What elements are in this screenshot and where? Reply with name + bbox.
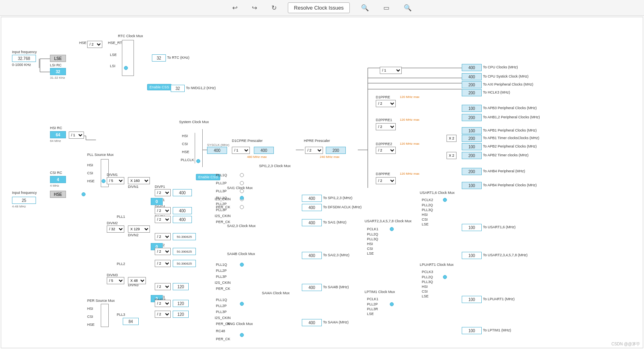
input-freq-value[interactable]: 32.768 [12, 55, 36, 62]
sai1-perck: PER_CK [216, 220, 230, 224]
spi123-radio-1[interactable] [240, 173, 244, 177]
per-src-csi: CSI [87, 315, 93, 319]
spi123-radio-2[interactable] [240, 181, 244, 185]
divp1-select[interactable]: / 2 [155, 189, 171, 196]
sai4b-pll2p: PLL2P [216, 269, 227, 273]
pll-src-hse-radio[interactable] [102, 179, 106, 183]
divp2-select[interactable]: / 2 [155, 233, 171, 240]
hse-radio[interactable] [82, 192, 86, 196]
rng-radio-sel[interactable] [240, 333, 244, 337]
zoom-out-button[interactable]: 🔍 [401, 2, 415, 13]
fracn1-val[interactable]: 0 [151, 198, 163, 205]
redo-button[interactable]: ↪ [249, 2, 260, 13]
sai4b-out-val: 400 [302, 284, 322, 291]
usart2345-radio-sel[interactable] [390, 227, 394, 231]
divm3-select[interactable]: / 5 [107, 277, 124, 284]
refresh-button[interactable]: ↻ [268, 2, 280, 13]
d3ppre-label: D3PPRE [376, 172, 390, 176]
zoom-in-button[interactable]: 🔍 [358, 2, 372, 13]
d2ppre1-select[interactable]: / 2 [376, 123, 396, 130]
usart2345678-out-label: To USART2,3,4,5,7,8 (MHz) [483, 253, 528, 257]
d1cpre-max: 480 MHz max [247, 155, 267, 159]
divq2-select[interactable]: / 2 [155, 248, 171, 255]
sys-hsi-label: HSI [182, 134, 188, 138]
hsi-rc-freq[interactable]: 64 [50, 131, 66, 138]
resolve-clock-issues-button[interactable]: Resolve Clock Issues [288, 2, 349, 13]
rtc-lse-label: LSE [110, 53, 117, 57]
usart2345-lse: LSE [367, 251, 374, 255]
enable-css-rtc-button[interactable]: Enable CSS [147, 84, 171, 90]
undo-button[interactable]: ↩ [229, 2, 241, 13]
lptim1-lse: LSE [367, 312, 374, 316]
axi-periph-val: 200 [462, 81, 482, 88]
hsi-rc-unit: 64 MHz [50, 139, 61, 143]
divm1-select[interactable]: / 5 [107, 177, 124, 184]
lpuart1-radio-sel[interactable] [443, 275, 447, 279]
divm2-select[interactable]: / 32 [107, 225, 124, 233]
divr2-out: 50.390625 [173, 260, 196, 267]
ahb12-val: 200 [462, 114, 482, 121]
lpuart1-hsi: HSI [422, 285, 428, 289]
hse-freq[interactable]: 25 [12, 197, 36, 204]
rtc-lsi-radio[interactable] [124, 66, 128, 70]
sai4a-i2sckin: I2S_CKIN [215, 316, 231, 320]
d1ppre-select[interactable]: / 2 [376, 100, 396, 107]
ahb4-val: 200 [462, 168, 482, 175]
hpre-label: HPRE Prescaler [304, 139, 330, 143]
pllclk-radio[interactable] [196, 159, 200, 163]
divn3-mul-select[interactable]: X 48 [128, 277, 146, 284]
d2ppre1-max: 120 MHz max [400, 118, 419, 122]
divn2-mul-select[interactable]: X 129 [128, 225, 150, 233]
sys-csi-label: CSI [182, 142, 188, 146]
cpu-clk-label: To CPU Clocks (MHz) [483, 65, 518, 69]
clock-diagram-canvas: Input frequency 32.768 0-1000 KHz LSE LS… [0, 16, 644, 349]
hse-range: 4-48 MHz [12, 205, 26, 208]
divr3-select[interactable]: / 2 [155, 311, 171, 318]
usart2345-hsi: HSI [367, 242, 373, 246]
divq2-out: 50.390625 [173, 248, 196, 255]
sai4a-radio-sel[interactable] [240, 302, 244, 306]
divm3-label: DIVM3 [107, 273, 118, 277]
hse-box[interactable]: HSE [50, 191, 66, 198]
spi123-radio-5[interactable] [240, 205, 244, 209]
divp3-select[interactable]: / 2 [155, 283, 171, 290]
lpuart1-pll3q: PLL3Q [422, 280, 433, 284]
divn2-label: DIVN2 [128, 233, 139, 237]
cpu-systick-val: 400 [462, 73, 482, 80]
lpuart1-pll2q: PLL2Q [422, 275, 433, 279]
d2ppre2-select[interactable]: / 2 [376, 147, 396, 154]
usart2345678-mux-label: USART2,3,4,5,7,8 Clock Mux [365, 219, 411, 223]
sai4b-perck: PER_CK [216, 287, 230, 291]
sai4b-radio-sel[interactable] [240, 263, 244, 267]
csi-rc-freq[interactable]: 4 [50, 176, 66, 183]
divn1-mul-select[interactable]: X 160 [128, 177, 150, 184]
lptim1-radio-sel[interactable] [390, 302, 394, 306]
divr2-select[interactable]: / 2 [155, 260, 171, 267]
d3ppre-select[interactable]: / 2 [376, 177, 396, 184]
divq3-select[interactable]: / 2 [155, 300, 171, 307]
fit-button[interactable]: ▭ [380, 2, 393, 13]
cpu-div-select[interactable]: / 1 [380, 67, 402, 74]
rtc-output-val: 32 [152, 54, 166, 62]
axi-periph-label: To AXI Peripheral Clocks (MHz) [483, 82, 533, 86]
per-src-mux-shape [101, 304, 109, 327]
sai1-out-val: 400 [302, 219, 322, 226]
lsi-rc-freq[interactable]: 32 [50, 68, 66, 75]
d1cpre-select[interactable]: / 1 [232, 147, 250, 154]
lse-box[interactable]: LSE [50, 55, 66, 62]
rng-mux-label: RNG Clock Mux [227, 322, 253, 326]
sysclk-val: 400 [207, 147, 227, 154]
usart16-radio-sel[interactable] [443, 198, 447, 202]
divq1-select[interactable]: / 2 [155, 207, 171, 214]
pll-src-hse: HSE [87, 179, 95, 183]
divr1-select[interactable]: / 2 [155, 216, 171, 223]
ahb4-label: To AHB4 Peripheral (MHz) [483, 169, 525, 173]
hpre-select[interactable]: / 2 [305, 147, 323, 154]
rtc-hse-div-select[interactable]: / 2 [87, 41, 102, 48]
pll1-label: PLL1 [117, 215, 125, 219]
hsi-div-select[interactable]: / 1 [69, 132, 84, 139]
sai1-pll2p: PLL2P [216, 202, 227, 206]
apb1-timer-val: 200 [462, 135, 482, 142]
sai1-radio-sel[interactable] [240, 196, 244, 200]
divq3-out: 120 [173, 300, 189, 307]
